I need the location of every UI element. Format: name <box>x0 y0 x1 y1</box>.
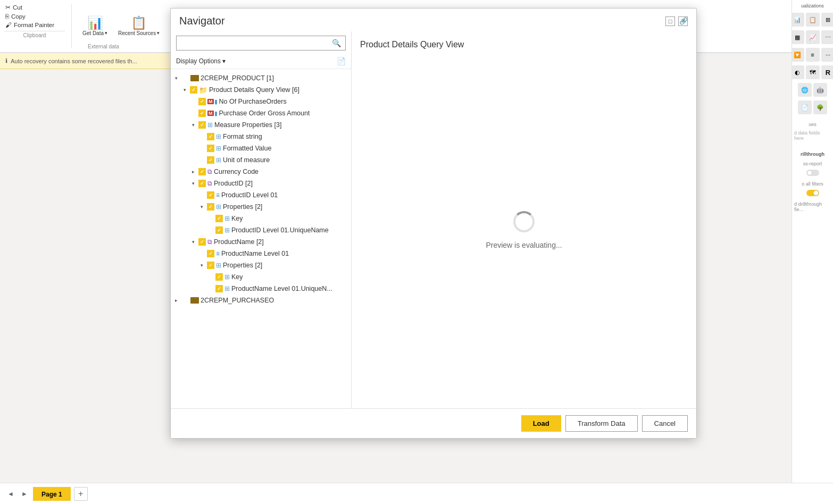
drillthrough-label: rillthrough <box>801 152 824 157</box>
tree-item[interactable]: ✓⊞Key <box>171 271 351 283</box>
globe-icon[interactable]: 🌐 <box>798 83 812 97</box>
tree-checkbox[interactable]: ✓ <box>207 262 214 269</box>
expand-arrow[interactable]: ▾ <box>175 75 181 81</box>
bar-chart-icon[interactable]: 📊 <box>792 13 804 27</box>
tree-checkbox[interactable]: ✓ <box>198 168 206 175</box>
page-1-tab[interactable]: Page 1 <box>33 487 71 501</box>
load-button[interactable]: Load <box>521 415 561 432</box>
tree-item[interactable]: ✓⊞Format string <box>171 131 351 142</box>
more-vis-icon[interactable]: ··· <box>821 48 834 62</box>
tree-item[interactable]: ▾✓⊞Properties [2] <box>171 259 351 271</box>
tree-checkbox[interactable]: ✓ <box>207 203 214 211</box>
vis-row-4: ◐ 🗺 R <box>792 65 833 79</box>
stacked-bar-icon[interactable]: ▦ <box>792 30 804 44</box>
tree-item-label: ProductName [2] <box>214 238 264 246</box>
tree-checkbox[interactable]: ✓ <box>198 121 206 129</box>
pie-icon[interactable]: ◐ <box>792 65 804 79</box>
tree-checkbox[interactable]: ✓ <box>198 98 206 105</box>
search-icon[interactable]: 🔍 <box>328 36 345 50</box>
vis-row-1: 📊 📋 ⊞ <box>792 13 833 27</box>
loading-spinner <box>513 211 535 232</box>
external-data-label: External data <box>88 44 119 49</box>
expand-arrow[interactable]: ▾ <box>201 263 207 268</box>
minimize-button[interactable]: □ <box>665 16 675 26</box>
dialog-footer: Load Transform Data Cancel <box>171 408 696 438</box>
tree-item[interactable]: ▾✓📁Product Details Query View [6] <box>171 84 351 96</box>
map-icon[interactable]: 🗺 <box>806 65 820 79</box>
expand-arrow[interactable]: ▸ <box>175 298 181 303</box>
tree-checkbox[interactable]: ✓ <box>190 86 197 94</box>
tree-checkbox[interactable]: ✓ <box>215 215 223 222</box>
tree-checkbox[interactable]: ✓ <box>198 238 206 246</box>
expand-arrow[interactable]: ▾ <box>201 204 207 209</box>
tree-item[interactable]: ▸✓⧉Currency Code <box>171 166 351 178</box>
tree-item-label: Product Details Query View [6] <box>209 86 299 94</box>
filter-icon[interactable]: 🔽 <box>792 48 804 62</box>
tree-item[interactable]: ▾✓⊞Properties [2] <box>171 201 351 213</box>
expand-arrow[interactable]: ▾ <box>192 181 198 186</box>
tree-checkbox[interactable]: ✓ <box>207 133 214 140</box>
tree-checkbox[interactable]: ✓ <box>215 226 223 234</box>
tree-item[interactable]: ✓⊞ProductName Level 01.UniqueN... <box>171 283 351 295</box>
search-input[interactable] <box>177 37 328 50</box>
expand-arrow[interactable]: ▸ <box>192 169 198 174</box>
decomp-tree-icon[interactable]: 🌳 <box>813 100 827 114</box>
prev-page-button[interactable]: ◄ <box>5 489 16 499</box>
scatter-icon[interactable]: ⋯ <box>821 30 834 44</box>
clipboard-label: Clipboard <box>4 31 65 39</box>
tree-checkbox[interactable]: ✓ <box>215 273 223 281</box>
copy-button[interactable]: ⎘ Copy <box>4 13 65 20</box>
tree-checkbox[interactable]: ✓ <box>198 180 206 187</box>
tree-item[interactable]: ✓⊞ProductID Level 01.UniqueName <box>171 224 351 236</box>
tree-item-label: Properties [2] <box>223 203 262 211</box>
tree-item-label: ProductID Level 01 <box>221 191 278 199</box>
tree-item[interactable]: ✓⊞Unit of measure <box>171 154 351 166</box>
tree-checkbox[interactable]: ✓ <box>207 191 214 199</box>
tree-checkbox[interactable]: ✓ <box>207 156 214 164</box>
tree-item[interactable]: ▾✓⧉ProductID [2] <box>171 178 351 189</box>
tree-checkbox[interactable]: ✓ <box>207 250 214 257</box>
tree-item[interactable]: ✓≡ProductName Level 01 <box>171 248 351 259</box>
ai-icon[interactable]: 🤖 <box>813 83 827 97</box>
get-data-button[interactable]: 📊 Get Data ▾ <box>79 14 111 38</box>
r-icon[interactable]: R <box>821 65 834 79</box>
tree-item[interactable]: ✓≡ProductID Level 01 <box>171 189 351 201</box>
tree-item[interactable]: ▾✓⊞Measure Properties [3] <box>171 119 351 131</box>
tree-checkbox[interactable]: ✓ <box>207 145 214 152</box>
cross-report-toggle[interactable] <box>806 170 819 176</box>
next-page-button[interactable]: ► <box>19 489 30 499</box>
dialog-body: 🔍 Display Options ▾ 📄 ▾2CREPM_PRODUCT [1… <box>171 31 696 408</box>
preview-icon-button[interactable]: 📄 <box>337 57 346 65</box>
add-page-button[interactable]: + <box>74 487 88 501</box>
line-chart-icon[interactable]: 📈 <box>806 30 820 44</box>
tree-item-label: Format string <box>223 133 262 140</box>
tree-item[interactable]: ✓⊞Formatted Value <box>171 142 351 154</box>
expand-arrow[interactable]: ▾ <box>192 239 198 245</box>
cut-button[interactable]: ✂ Cut <box>4 3 65 12</box>
tree-item[interactable]: ✓M▮Purchase Order Gross Amount <box>171 107 351 119</box>
tree-checkbox[interactable]: ✓ <box>198 110 206 117</box>
all-filters-label: o all filters <box>802 181 823 187</box>
tree-item[interactable]: ✓M▮No Of PurchaseOrders <box>171 96 351 107</box>
tree-item[interactable]: ▸2CREPM_PURCHASEO <box>171 295 351 306</box>
tree-item[interactable]: ✓⊞Key <box>171 213 351 224</box>
matrix-icon[interactable]: ⊞ <box>821 13 834 27</box>
cancel-button[interactable]: Cancel <box>642 415 688 432</box>
recent-sources-button[interactable]: 📋 Recent Sources ▾ <box>115 14 163 38</box>
tree-item[interactable]: ▾✓⧉ProductName [2] <box>171 236 351 248</box>
expand-arrow[interactable]: ▾ <box>192 122 198 128</box>
all-filters-toggle[interactable] <box>806 190 819 196</box>
slicer-icon[interactable]: ≡ <box>806 48 820 62</box>
display-options-bar: Display Options ▾ 📄 <box>171 55 351 69</box>
smart-narrative-icon[interactable]: 📄 <box>798 100 812 114</box>
tree-scroll[interactable]: ▾2CREPM_PRODUCT [1]▾✓📁Product Details Qu… <box>171 69 351 408</box>
copy-icon: ⎘ <box>5 13 9 20</box>
table-icon[interactable]: 📋 <box>806 13 820 27</box>
tree-item[interactable]: ▾2CREPM_PRODUCT [1] <box>171 72 351 84</box>
tree-checkbox[interactable]: ✓ <box>215 285 223 292</box>
format-painter-button[interactable]: 🖌 Format Painter <box>4 21 65 29</box>
transform-data-button[interactable]: Transform Data <box>565 415 638 432</box>
expand-arrow[interactable]: ▾ <box>184 87 190 93</box>
display-options-button[interactable]: Display Options ▾ <box>176 57 226 65</box>
display-options-label: Display Options <box>176 57 221 65</box>
